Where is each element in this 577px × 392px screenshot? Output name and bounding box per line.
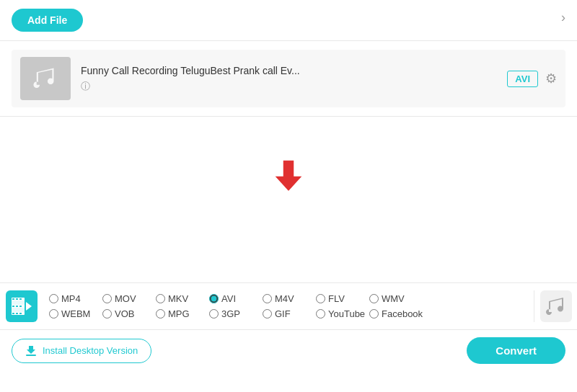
format-option-facebook[interactable]: Facebook (369, 308, 423, 319)
format-option-mpg[interactable]: MPG (156, 308, 206, 319)
add-file-button[interactable]: Add File (12, 9, 83, 32)
format-option-mp4[interactable]: MP4 (49, 293, 100, 304)
download-icon (25, 345, 37, 357)
music-icon (546, 296, 566, 316)
format-option-flv[interactable]: FLV (316, 293, 366, 304)
svg-marker-5 (26, 302, 32, 311)
format-radio-flv[interactable] (316, 294, 325, 303)
music-note-icon (32, 66, 58, 92)
format-radio-mov[interactable] (102, 294, 112, 303)
format-label-mov: MOV (115, 293, 136, 304)
install-label: Install Desktop Version (43, 345, 138, 356)
audio-format-icon[interactable] (534, 290, 577, 322)
arrow-container (0, 117, 577, 202)
svg-marker-0 (274, 160, 303, 192)
format-option-3gp[interactable]: 3GP (209, 308, 260, 319)
video-format-icon[interactable] (0, 290, 43, 322)
settings-icon[interactable]: ⚙ (545, 71, 557, 86)
file-item: Funny Call Recording TeluguBest Prank ca… (12, 50, 565, 107)
format-bar: MP4MOVMKVAVIM4VFLVWMVWEBMVOBMPG3GPGIFYou… (0, 282, 577, 329)
format-option-mkv[interactable]: MKV (156, 293, 206, 304)
format-option-vob[interactable]: VOB (102, 308, 153, 319)
info-icon[interactable]: ⓘ (81, 81, 90, 92)
format-option-m4v[interactable]: M4V (263, 293, 313, 304)
format-radio-mpg[interactable] (156, 309, 165, 318)
svg-rect-11 (19, 306, 22, 307)
top-bar: Add File › (0, 0, 577, 41)
install-desktop-button[interactable]: Install Desktop Version (12, 339, 151, 363)
format-label-3gp: 3GP (221, 308, 240, 319)
svg-rect-7 (16, 298, 18, 300)
svg-rect-10 (16, 306, 18, 307)
format-label-webm: WEBM (61, 308, 90, 319)
format-radio-gif[interactable] (263, 309, 272, 318)
format-radio-avi[interactable] (209, 294, 219, 303)
svg-rect-14 (19, 313, 22, 314)
format-radio-3gp[interactable] (209, 309, 219, 318)
format-radio-facebook[interactable] (369, 309, 379, 318)
file-area: Funny Call Recording TeluguBest Prank ca… (0, 41, 577, 117)
format-option-mov[interactable]: MOV (102, 293, 153, 304)
format-label-facebook: Facebook (382, 308, 423, 319)
format-option-youtube[interactable]: YouTube (316, 308, 366, 319)
convert-button[interactable]: Convert (467, 337, 565, 364)
format-label-m4v: M4V (275, 293, 294, 304)
format-label-wmv: WMV (382, 293, 405, 304)
file-actions: AVI ⚙ (507, 71, 557, 87)
main-content (0, 117, 577, 282)
format-radio-mp4[interactable] (49, 294, 58, 303)
format-radio-webm[interactable] (49, 309, 58, 318)
svg-rect-15 (26, 355, 36, 356)
file-name: Funny Call Recording TeluguBest Prank ca… (81, 65, 507, 76)
format-label-youtube: YouTube (328, 308, 365, 319)
bottom-bar: Install Desktop Version Convert (0, 329, 577, 371)
format-label-avi: AVI (221, 293, 236, 304)
format-radio-wmv[interactable] (369, 294, 379, 303)
format-label-mkv: MKV (168, 293, 188, 304)
format-radio-m4v[interactable] (263, 294, 272, 303)
svg-rect-6 (12, 298, 14, 300)
format-option-avi[interactable]: AVI (209, 293, 260, 304)
close-button[interactable]: › (561, 10, 565, 25)
file-info: Funny Call Recording TeluguBest Prank ca… (81, 65, 507, 93)
format-label-vob: VOB (115, 308, 134, 319)
format-badge[interactable]: AVI (507, 71, 538, 87)
svg-rect-9 (12, 306, 14, 307)
format-label-mpg: MPG (168, 308, 190, 319)
format-option-wmv[interactable]: WMV (369, 293, 420, 304)
svg-rect-12 (12, 313, 14, 314)
svg-rect-13 (16, 313, 18, 314)
down-arrow-icon (274, 160, 303, 196)
svg-rect-8 (19, 298, 22, 300)
format-radio-mkv[interactable] (156, 294, 165, 303)
format-label-flv: FLV (328, 293, 345, 304)
format-option-gif[interactable]: GIF (263, 308, 313, 319)
film-icon (12, 298, 32, 315)
audio-icon-box (540, 290, 572, 322)
video-icon-box (6, 290, 38, 322)
format-label-gif: GIF (275, 308, 291, 319)
format-radio-youtube[interactable] (316, 309, 325, 318)
format-label-mp4: MP4 (61, 293, 81, 304)
format-radio-vob[interactable] (102, 309, 112, 318)
format-option-webm[interactable]: WEBM (49, 308, 100, 319)
file-thumbnail (20, 57, 71, 100)
format-options: MP4MOVMKVAVIM4VFLVWMVWEBMVOBMPG3GPGIFYou… (43, 293, 534, 319)
